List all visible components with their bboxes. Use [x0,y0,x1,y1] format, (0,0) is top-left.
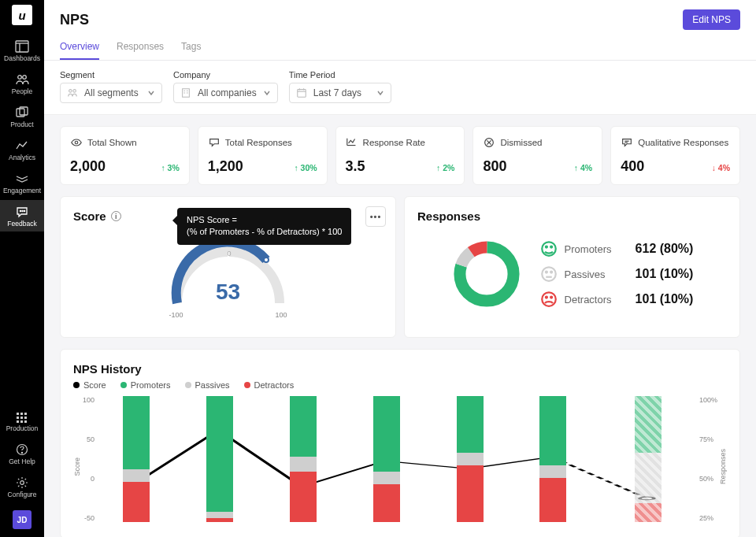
content: Total Shown 2,000↑ 3% Total Responses 1,… [44,115,756,537]
svg-rect-12 [24,413,27,415]
svg-point-23 [73,90,76,93]
responses-list: Promoters 612 (80%) Passives 101 (10%) D… [541,241,694,307]
svg-point-4 [23,76,27,80]
total-responses-icon [208,136,220,149]
chevron-down-icon [376,89,384,97]
tab-responses[interactable]: Responses [117,41,164,60]
svg-rect-29 [297,90,306,98]
svg-point-33 [75,141,78,144]
brand-logo[interactable]: u [12,5,32,25]
kpi-delta: ↑ 2% [436,163,454,172]
tab-overview[interactable]: Overview [60,41,99,60]
nps-formula-tooltip: NPS Score = (% of Promoters - % of Detra… [177,208,351,245]
nav-label: Analytics [9,154,35,161]
kpi-label: Total Shown [87,138,137,147]
y-axis-title: Score [73,457,81,476]
svg-point-9 [24,210,24,211]
svg-rect-24 [183,89,190,98]
company-select[interactable]: All companies [173,83,278,103]
response-name: Passives [565,268,628,280]
sidebar-item-analytics[interactable]: Analytics [0,134,44,165]
history-bar [635,396,662,522]
main: NPS Edit NPS Overview Responses Tags Seg… [44,0,756,537]
responses-donut [451,239,522,309]
svg-point-46 [550,246,552,248]
gauge-value: 53 [216,280,240,305]
grid-icon [16,412,28,423]
panel-heading: Responses [417,209,480,223]
sidebar-item-production[interactable]: Production [0,406,44,436]
tab-tags[interactable]: Tags [181,41,201,60]
y-axis-title-right: Responses [719,449,727,484]
sidebar-item-dashboards[interactable]: Dashboards [0,35,44,66]
sidebar-item-product[interactable]: Product [0,101,44,132]
edit-nps-button[interactable]: Edit NPS [683,9,740,30]
legend-item: Promoters [131,380,171,390]
svg-point-20 [21,452,22,453]
sidebar-item-feedback[interactable]: Feedback [0,200,44,231]
kpi-value: 2,000 [70,158,106,175]
period-select[interactable]: Last 7 days [289,83,391,103]
sidebar-item-engagement[interactable]: Engagement [0,167,44,198]
gear-icon [16,476,28,489]
history-bar [457,396,484,522]
face-promoters-icon [541,241,557,257]
response-rate-icon [346,136,358,149]
sidebar-item-configure[interactable]: Configure [0,471,44,502]
gauge-max: 100 [275,311,287,319]
nav-label: Engagement [3,187,41,194]
score-panel: Score i NPS Score = (% of Promoters - % … [60,196,396,338]
kpi-label: Qualitative Responses [638,138,728,147]
history-chart: Score 100500-50 [73,396,727,537]
kpi-row: Total Shown 2,000↑ 3% Total Responses 1,… [60,126,740,185]
gauge-mid: 0 [227,250,231,257]
tabs: Overview Responses Tags [60,41,740,60]
sidebar-item-people[interactable]: People [0,68,44,99]
kpi-card-qualitative: Qualitative Responses 400↓ 4% [610,126,740,185]
response-name: Detractors [565,294,628,306]
y-axis-right: 100%75%50%25% [695,396,717,522]
face-detractors-icon [541,291,557,307]
kpi-delta: ↑ 4% [574,163,592,172]
svg-point-40 [264,257,269,262]
nav-label: People [12,87,32,95]
dismissed-icon [483,136,495,149]
response-value: 101 (10%) [636,267,694,281]
kpi-card-total-responses: Total Responses 1,200↑ 30% [198,126,328,185]
nav-label: Get Help [9,457,35,465]
svg-point-53 [550,297,552,298]
svg-rect-17 [20,420,23,423]
nav-label: Configure [8,491,37,498]
nav-secondary: Production Get Help Configure [0,406,44,502]
avatar[interactable]: JD [13,510,32,529]
response-row-promoters: Promoters 612 (80%) [541,241,694,257]
chevron-down-icon [147,89,155,97]
svg-point-7 [20,210,20,211]
history-panel: NPS History Score Promoters Passives Det… [60,349,740,537]
segment-select[interactable]: All segments [60,83,162,103]
svg-point-21 [20,481,24,485]
panel-heading: NPS History [73,362,727,376]
page-title: NPS [60,12,89,28]
svg-rect-13 [17,417,19,419]
response-value: 612 (80%) [636,242,694,256]
legend-item: Score [83,380,106,390]
more-menu-button[interactable]: ••• [365,206,386,227]
svg-point-3 [18,76,22,80]
kpi-value: 1,200 [208,158,243,175]
sidebar: u Dashboards People Product Analytics En… [0,0,44,537]
svg-rect-14 [20,417,23,419]
svg-rect-10 [17,413,19,415]
kpi-value: 400 [621,158,644,175]
info-icon[interactable]: i [111,211,121,221]
sidebar-item-gethelp[interactable]: Get Help [0,438,44,469]
segment-label: Segment [60,70,162,80]
kpi-delta: ↑ 3% [161,163,179,172]
history-bar [290,396,317,522]
gauge-min: -100 [169,311,183,319]
feedback-icon [15,206,29,218]
nav-label: Product [10,120,33,128]
face-passives-icon [541,266,557,282]
chevron-down-icon [263,89,271,97]
total-shown-icon [70,136,83,149]
